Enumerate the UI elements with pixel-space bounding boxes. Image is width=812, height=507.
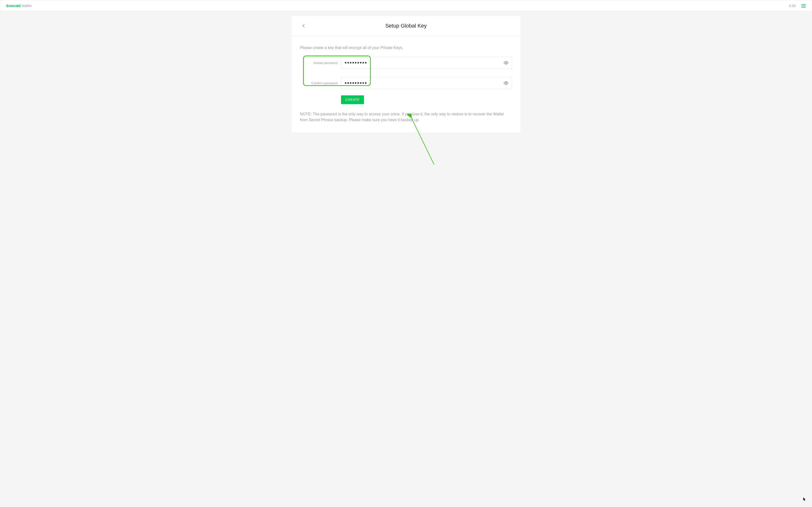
app-brand: Emerald Wallet	[6, 4, 32, 8]
create-button[interactable]: CREATE	[341, 95, 364, 104]
card-body: Please create a key that will encrypt al…	[292, 36, 520, 132]
eye-icon	[504, 81, 508, 85]
cursor-icon	[803, 497, 806, 501]
page-title: Setup Global Key	[301, 23, 511, 29]
global-password-input[interactable]	[345, 59, 504, 66]
header-right: 0.00	[789, 4, 806, 8]
back-button[interactable]	[301, 23, 306, 28]
toggle-confirm-visibility-icon[interactable]	[504, 80, 508, 86]
chevron-left-icon	[302, 24, 305, 28]
instruction-text: Please create a key that will encrypt al…	[300, 46, 512, 50]
note-text: NOTE: The password is the only way to ac…	[300, 111, 512, 123]
hamburger-menu-icon[interactable]	[801, 4, 806, 7]
brand-primary-text: Emerald	[6, 4, 20, 8]
password-label: Global password	[300, 61, 341, 65]
app-header: Emerald Wallet 0.00	[0, 0, 812, 11]
confirm-password-row: Confirm password	[300, 77, 512, 89]
password-row: Global password	[300, 57, 512, 69]
main-card: Setup Global Key Please create a key tha…	[291, 16, 521, 133]
button-row: CREATE	[300, 95, 512, 104]
confirm-password-input-wrapper	[341, 77, 512, 89]
eye-icon	[504, 61, 508, 64]
balance-display: 0.00	[789, 4, 796, 8]
brand-secondary-text: Wallet	[20, 4, 32, 8]
password-input-wrapper	[341, 57, 512, 69]
confirm-password-input[interactable]	[345, 80, 504, 87]
svg-point-0	[505, 62, 507, 63]
card-header: Setup Global Key	[292, 16, 520, 36]
toggle-password-visibility-icon[interactable]	[504, 60, 508, 65]
confirm-password-label: Confirm password	[300, 81, 341, 85]
svg-point-1	[505, 82, 507, 84]
form-group: Global password Confirm password	[300, 57, 512, 104]
